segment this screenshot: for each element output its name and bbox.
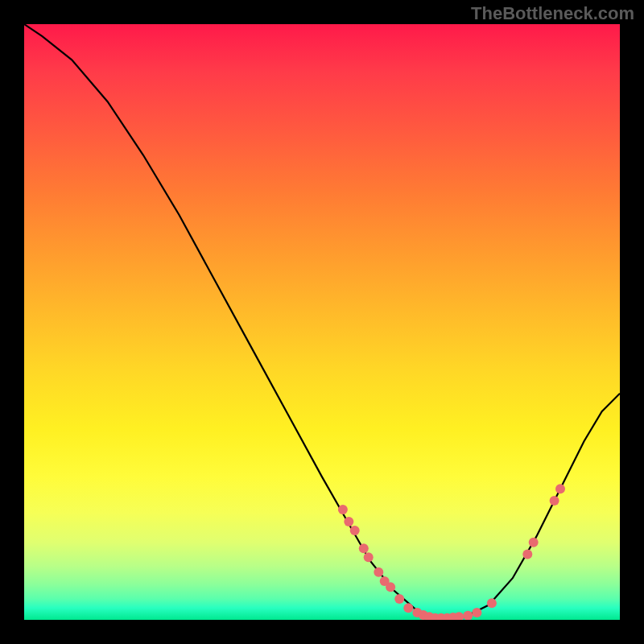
chart-svg — [24, 24, 620, 620]
scatter-dot — [364, 552, 374, 562]
scatter-dot — [454, 612, 464, 620]
scatter-dot — [338, 505, 348, 514]
chart-plot-area — [24, 24, 620, 620]
watermark-text: TheBottleneck.com — [471, 3, 634, 24]
scatter-dot — [487, 598, 497, 608]
scatter-dot — [344, 517, 353, 526]
scatter-dot — [386, 582, 395, 592]
bottleneck-curve — [24, 24, 620, 618]
scatter-dot — [463, 611, 473, 620]
scatter-dot — [403, 603, 413, 613]
scatter-dot — [529, 538, 539, 547]
scatter-dot — [472, 608, 481, 617]
scatter-dots-group — [338, 484, 565, 620]
scatter-dot — [550, 496, 559, 506]
scatter-dot — [555, 484, 565, 493]
scatter-dot — [522, 550, 532, 559]
scatter-dot — [374, 568, 383, 577]
scatter-dot — [350, 526, 360, 535]
scatter-dot — [359, 543, 369, 553]
scatter-dot — [394, 594, 404, 604]
